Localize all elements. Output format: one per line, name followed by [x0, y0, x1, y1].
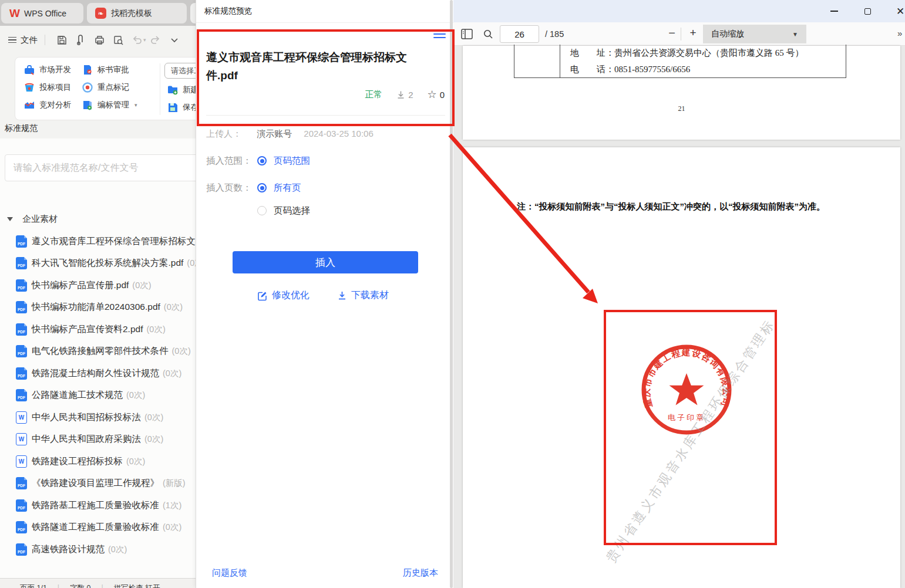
history-version-link[interactable]: 历史版本 [403, 567, 438, 579]
collapse-triangle-icon [7, 217, 13, 221]
file-use-count: (0次) [164, 302, 183, 313]
radio-page-select[interactable] [257, 206, 267, 215]
menu-icon [8, 35, 16, 45]
list-item[interactable]: PDF快书编标功能清单20240306.pdf(0次) [16, 299, 183, 316]
menu-separator [45, 35, 45, 45]
pdf-content-area[interactable]: 地 址：贵州省公共资源交易中心（贵阳市遵义路 65 号） 电 话：0851-85… [453, 46, 905, 588]
pdf-file-icon: PDF [16, 499, 27, 512]
tab-docer-template[interactable]: ❧ 找稻壳模板 [87, 3, 187, 23]
file-name: 铁路路基工程施工质量验收标准 [32, 499, 159, 512]
save-icon[interactable] [53, 31, 70, 49]
file-use-count: (0次) [187, 258, 196, 269]
redo-icon[interactable] [147, 31, 164, 49]
statusbar: 页面 1/1 | 字数 0 | 拼写检查 打开 [0, 578, 196, 588]
search-icon[interactable] [480, 27, 496, 41]
list-item[interactable]: PDF遵义市观音库工程环保综合管理标招标文件.pdf [16, 232, 196, 250]
radio-page-range[interactable] [257, 156, 267, 165]
download-link-label: 下载素材 [351, 289, 389, 302]
file-use-count: (新版) [163, 478, 186, 489]
list-item[interactable]: PDF铁路混凝土结构耐久性设计规范(0次) [16, 364, 181, 382]
page-total: / 185 [545, 29, 564, 39]
print-icon[interactable] [90, 31, 108, 49]
zoom-out-button[interactable]: − [665, 26, 679, 40]
sidebar-panel-title: 标准规范 [5, 123, 38, 134]
undo-dropdown-icon[interactable]: ▾ [143, 37, 146, 43]
ribbon-btn-edit-manage[interactable]: 编标管理 ▾ [82, 98, 137, 112]
insert-button[interactable]: 插入 [233, 251, 418, 273]
find-replace-icon[interactable] [109, 31, 127, 49]
statusbar-spellcheck: 拼写检查 打开 [114, 583, 160, 588]
zoom-mode-dropdown[interactable]: 自动缩放 ▼ [703, 25, 806, 43]
market-dev-icon [23, 64, 35, 76]
close-button[interactable]: ✕ [887, 0, 905, 22]
zoom-in-button[interactable]: + [686, 26, 700, 39]
page-range-option-label: 页码范围 [274, 155, 310, 167]
pdf-window-titlebar: ✕ [453, 0, 905, 22]
zoom-mode-value: 自动缩放 [711, 29, 744, 39]
search-placeholder: 请输入标准规范名称/文件文号 [14, 162, 138, 174]
ribbon-btn-competitor[interactable]: 竞对分析 [23, 98, 71, 112]
file-name: 科大讯飞智能化投标系统解决方案.pdf [32, 257, 183, 269]
file-name: 铁路建设工程招标投标 [32, 455, 123, 468]
file-name: 快书编标产品宣传册.pdf [32, 279, 129, 292]
list-item[interactable]: PDF铁路隧道工程施工质量验收标准(0次) [16, 519, 181, 536]
page-select-option-label: 页码选择 [274, 205, 310, 217]
more-tools-icon[interactable]: » [897, 28, 902, 38]
list-item[interactable]: PDF科大讯飞智能化投标系统解决方案.pdf(0次) [16, 255, 196, 272]
ribbon-btn-bid-project[interactable]: 投标项目 [23, 80, 71, 94]
list-item[interactable]: PDF高速铁路设计规范(0次) [16, 540, 127, 558]
page-number-input[interactable] [500, 25, 539, 43]
file-name: 电气化铁路接触网零部件技术条件 [32, 345, 169, 357]
export-pdf-icon[interactable] [72, 31, 89, 49]
file-use-count: (0次) [108, 544, 127, 555]
insert-pages-label: 插入页数： [206, 182, 257, 194]
pdf-file-icon: PDF [16, 301, 27, 313]
pdf-page-22: 注：“投标须知前附表”与“投标人须知正文”冲突的，以“投标须知前附表”为准。 重… [463, 147, 900, 588]
ribbon-btn-market[interactable]: 市场开发 [23, 63, 71, 77]
annotation-box-stamp [604, 310, 777, 545]
section-enterprise-materials[interactable]: 企业素材 [7, 214, 58, 225]
ribbon-btn-label: 编标管理 [97, 100, 129, 110]
list-item[interactable]: PDF《铁路建设项目监理工作规程》(新版) [16, 475, 186, 492]
file-name: 快书编标功能清单20240306.pdf [32, 301, 160, 313]
list-item[interactable]: PDF快书编标产品宣传资料2.pdf(0次) [16, 320, 166, 338]
screen: W WPS Office ❧ 找稻壳模板 文件 [0, 0, 905, 588]
ribbon-divider [160, 63, 160, 115]
file-name: 高速铁路设计规范 [32, 543, 105, 556]
feedback-link[interactable]: 问题反馈 [212, 567, 247, 579]
pdf-toolbar: / 185 − + 自动缩放 ▼ » [453, 22, 905, 46]
list-item[interactable]: W铁路建设工程招标投标(0次) [16, 452, 145, 470]
list-item[interactable]: PDF公路隧道施工技术规范(0次) [16, 387, 145, 404]
collapse-ribbon-icon[interactable] [166, 31, 183, 49]
insert-range-label: 插入范围： [206, 155, 257, 167]
sidebar-toggle-icon[interactable] [459, 27, 475, 41]
statusbar-separator: | [102, 583, 103, 588]
file-use-count: (0次) [172, 346, 191, 357]
file-name: 快书编标产品宣传资料2.pdf [32, 323, 143, 336]
list-item[interactable]: W中华人民共和国招标投标法(0次) [16, 408, 163, 426]
maximize-button[interactable] [854, 0, 881, 22]
list-item[interactable]: PDF铁路路基工程施工质量验收标准(1次) [16, 496, 181, 514]
statusbar-page-count: 页面 1/1 [20, 583, 47, 588]
list-item[interactable]: W中华人民共和国政府采购法(0次) [16, 431, 163, 448]
upload-time: 2024-03-25 10:06 [304, 129, 373, 138]
radio-all-pages[interactable] [257, 183, 267, 192]
download-material-link[interactable]: 下载素材 [337, 289, 389, 302]
search-input[interactable]: 请输入标准规范名称/文件文号 [5, 154, 196, 181]
modify-optimize-link[interactable]: 修改优化 [257, 289, 309, 302]
list-item[interactable]: PDF快书编标产品宣传册.pdf(0次) [16, 276, 152, 294]
modify-link-label: 修改优化 [272, 289, 309, 302]
tab-wps-office[interactable]: W WPS Office [1, 3, 83, 23]
pdf-file-icon: PDF [16, 323, 27, 336]
ribbon-btn-review[interactable]: 标书审批 [82, 63, 129, 77]
pdf-viewer-window: ✕ / 185 − + 自动缩放 ▼ » 地 址：贵 [453, 0, 905, 588]
download-icon [337, 290, 347, 300]
list-item[interactable]: PDF电气化铁路接触网零部件技术条件(0次) [16, 343, 191, 360]
file-menu[interactable]: 文件 [8, 35, 38, 46]
bid-review-icon [82, 64, 93, 76]
key-mark-icon [82, 82, 93, 93]
edit-icon [257, 290, 268, 301]
minimize-button[interactable] [820, 0, 847, 22]
pdf-file-icon: PDF [16, 257, 27, 269]
ribbon-btn-key-mark[interactable]: 重点标记 [82, 80, 129, 94]
